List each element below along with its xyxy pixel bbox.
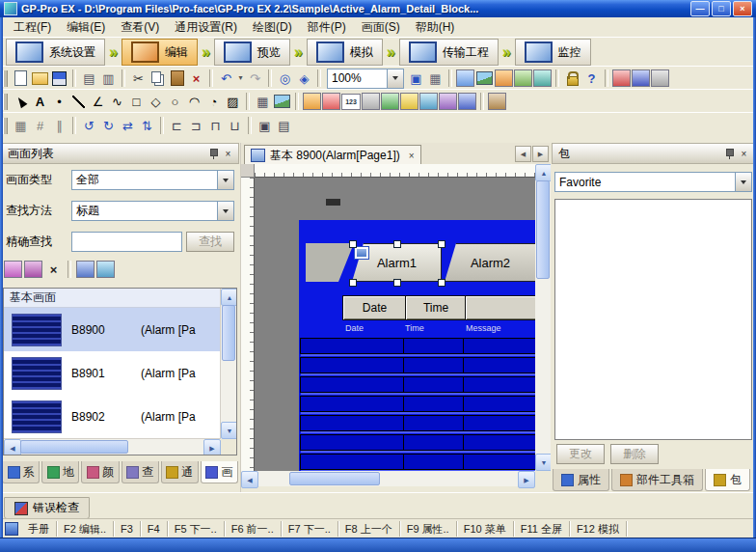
workflow-system-settings-button[interactable]: 系统设置 <box>6 39 105 66</box>
send-to-back-icon[interactable]: ▤ <box>275 117 293 134</box>
fkey-f4[interactable]: F4 <box>141 521 168 537</box>
cut-icon[interactable]: ✂ <box>129 69 148 87</box>
tab-package[interactable]: 包 <box>705 469 750 491</box>
graph-part-icon[interactable] <box>381 93 399 110</box>
window-part-icon[interactable] <box>439 93 457 110</box>
fkey-f2[interactable]: F2 编辑.. <box>57 521 114 537</box>
workflow-simulation-button[interactable]: 模拟 <box>307 39 383 66</box>
bring-to-front-icon[interactable]: ▣ <box>256 117 274 134</box>
screen-item-b8901[interactable]: B8901 (Alarm [Pa <box>4 351 221 395</box>
parts-list-icon[interactable] <box>514 69 532 87</box>
memory-loader-icon[interactable] <box>651 69 669 87</box>
fit-screen-icon[interactable]: ▣ <box>407 69 425 87</box>
pie-tool-icon[interactable]: ◔ <box>204 93 223 110</box>
alarm-tab-2[interactable]: Alarm2 <box>445 243 535 282</box>
grid-snap-icon[interactable]: ▦ <box>12 117 30 134</box>
guideline-icon[interactable]: ∥ <box>50 117 68 134</box>
menu-help[interactable]: 帮助(H) <box>408 17 463 38</box>
next-tab-button[interactable]: ▶ <box>532 146 549 162</box>
flip-horizontal-icon[interactable]: ⇄ <box>119 117 137 134</box>
lock-icon[interactable] <box>563 69 581 87</box>
selection-handle[interactable] <box>349 279 357 287</box>
rect-tool-icon[interactable]: □ <box>127 93 146 110</box>
editor-canvas[interactable]: Alarm1 Alarm2 Date Time Date Time Messag… <box>241 164 535 471</box>
hmi-screen[interactable]: Alarm1 Alarm2 Date Time Date Time Messag… <box>299 220 535 471</box>
fkey-f7[interactable]: F7 下一.. <box>282 521 338 537</box>
toolbar-grip[interactable] <box>3 94 8 110</box>
flip-vertical-icon[interactable]: ⇅ <box>138 117 156 134</box>
rotate-right-icon[interactable]: ↻ <box>99 117 118 134</box>
line-tool-icon[interactable] <box>69 93 88 110</box>
screen-type-dropdown-button[interactable] <box>217 171 233 189</box>
undo-icon[interactable]: ↶ <box>217 69 235 87</box>
tab-parts-toolbox[interactable]: 部件工具箱 <box>611 469 703 491</box>
pin-panel-button[interactable] <box>722 147 737 160</box>
curve-tool-icon[interactable]: ∿ <box>108 93 126 110</box>
keypad-part-icon[interactable] <box>362 93 380 110</box>
screen-item-b8902[interactable]: B8902 (Alarm [Pa <box>4 395 221 438</box>
search-method-dropdown-button[interactable] <box>217 202 233 220</box>
arc-tool-icon[interactable]: ◠ <box>185 93 203 110</box>
polygon-tool-icon[interactable]: ◇ <box>147 93 165 110</box>
tab-color[interactable]: 颜 <box>81 461 119 483</box>
part-handle-icon[interactable] <box>354 246 369 260</box>
search-button[interactable]: 查找 <box>186 232 234 252</box>
exact-search-input[interactable] <box>71 232 182 252</box>
redo-icon[interactable]: ↷ <box>246 69 264 87</box>
delete-button[interactable]: 删除 <box>610 444 659 464</box>
new-screen-icon[interactable] <box>12 69 30 87</box>
alarm-part-icon[interactable] <box>400 93 418 110</box>
transfer-tool-icon[interactable] <box>612 69 631 87</box>
close-panel-button[interactable]: × <box>221 147 235 160</box>
screen-item-b8900[interactable]: B8900 (Alarm [Pa <box>4 308 221 351</box>
menu-project[interactable]: 工程(F) <box>6 17 59 38</box>
grid-display-icon[interactable]: ▦ <box>426 69 445 87</box>
close-button[interactable]: × <box>733 1 752 16</box>
special-part-icon[interactable] <box>458 93 476 110</box>
workflow-monitor-button[interactable]: 监控 <box>515 39 591 66</box>
alarm-header-message[interactable] <box>465 295 535 320</box>
zoom-select[interactable]: 100% <box>327 69 404 89</box>
data-display-part-icon[interactable]: 123 <box>341 94 361 110</box>
rotate-left-icon[interactable]: ↺ <box>80 117 98 134</box>
pin-panel-button[interactable] <box>206 147 221 160</box>
alarm-corner-shape[interactable] <box>306 243 354 282</box>
cross-reference-icon[interactable]: ◈ <box>295 69 313 87</box>
fkey-f5[interactable]: F5 下一.. <box>168 521 225 537</box>
scroll-thumb[interactable] <box>222 305 235 361</box>
package-dropdown-button[interactable] <box>735 173 751 191</box>
menu-draw[interactable]: 绘图(D) <box>245 17 300 38</box>
palette-icon[interactable] <box>495 69 513 87</box>
scroll-left-button[interactable]: ◀ <box>241 471 258 488</box>
select-tool-icon[interactable] <box>12 93 30 110</box>
package-contents[interactable] <box>554 199 752 440</box>
fill-tool-icon[interactable]: ▨ <box>224 93 242 110</box>
fkey-f12[interactable]: F12 模拟 <box>570 521 627 537</box>
paste-screen-icon[interactable] <box>24 261 42 278</box>
align-bottom-icon[interactable]: ⊔ <box>226 117 244 134</box>
package-select[interactable]: Favorite <box>554 172 752 192</box>
dot-tool-icon[interactable]: • <box>50 93 68 110</box>
change-button[interactable]: 更改 <box>556 444 605 464</box>
image-tool-icon[interactable] <box>273 93 291 110</box>
minimize-button[interactable]: — <box>690 1 710 16</box>
parts-toolbox-icon[interactable] <box>488 93 506 110</box>
change-screen-number-icon[interactable] <box>76 261 94 278</box>
snap-icon[interactable]: # <box>31 117 49 134</box>
print-preview-icon[interactable]: ▥ <box>99 69 118 87</box>
polyline-tool-icon[interactable]: ∠ <box>89 93 107 110</box>
find-icon[interactable]: ◎ <box>276 69 294 87</box>
paste-icon[interactable] <box>168 69 186 87</box>
scroll-right-button[interactable]: ▶ <box>518 471 535 488</box>
open-project-icon[interactable] <box>31 69 49 87</box>
tab-base-8900[interactable]: 基本 8900(Alarm[Page1]) × <box>244 145 421 165</box>
selection-handle[interactable] <box>349 240 357 248</box>
screen-preview-toggle-icon[interactable] <box>96 261 115 278</box>
alarm-header-date[interactable]: Date <box>342 295 407 320</box>
menu-view[interactable]: 查看(V) <box>113 17 167 38</box>
prev-tab-button[interactable]: ◀ <box>515 146 531 162</box>
copy-icon[interactable] <box>148 69 167 87</box>
fkey-f10[interactable]: F10 菜单 <box>457 521 514 537</box>
fkey-f11[interactable]: F11 全屏 <box>514 521 570 537</box>
search-method-select[interactable]: 标题 <box>71 201 234 221</box>
